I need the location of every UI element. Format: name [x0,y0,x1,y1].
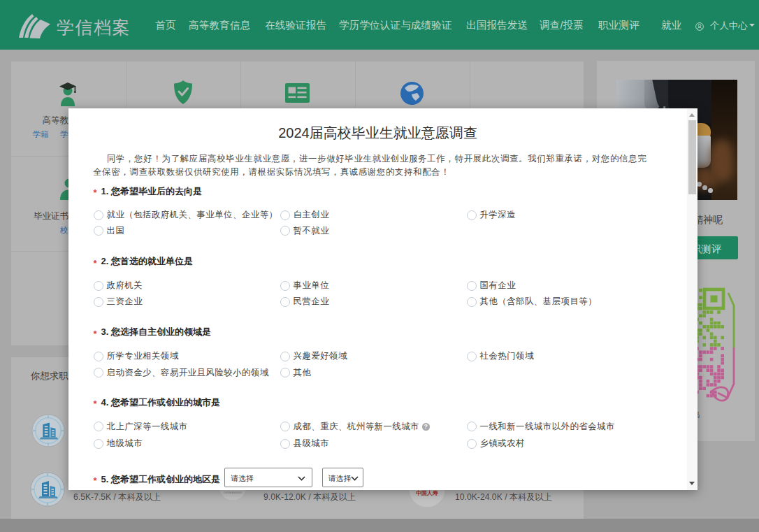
svg-text:CHINA ANNENG: CHINA ANNENG [224,491,243,494]
svg-text:中国人寿: 中国人寿 [416,490,438,496]
